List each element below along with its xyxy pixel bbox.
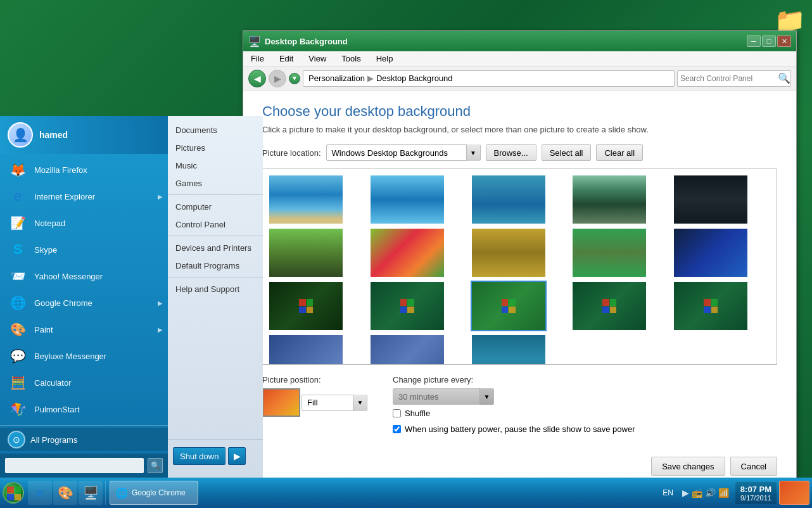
app-pulmonstart[interactable]: 🪁 PulmonStart [0,396,168,422]
thumbnail-5[interactable] [673,174,749,225]
start-button[interactable] [3,482,24,504]
back-button[interactable]: ◀ [248,70,266,87]
right-music[interactable]: Music [168,156,263,174]
taskbar-chrome-item[interactable]: 🌐 Google Chrome [110,481,198,505]
close-button[interactable]: ✕ [777,35,791,47]
right-games[interactable]: Games [168,174,263,192]
shuffle-label: Shuffle [405,409,430,418]
image-grid-container[interactable]: ✓ [262,168,777,365]
titlebar-left: 🖥️ Desktop Background [248,35,348,48]
pulmonstart-icon: 🪁 [8,399,28,419]
all-programs-item[interactable]: ⊙ All Programs [0,428,168,451]
picture-location-dropdown[interactable]: ▼ [466,144,480,161]
taskbar-pin-extra[interactable]: 🖥️ [79,481,103,505]
forward-button[interactable]: ▶ [269,70,286,87]
thumbnail-1[interactable] [268,174,344,225]
thumbnail-9[interactable] [571,227,647,278]
thumbnail-17[interactable] [369,334,445,365]
maximize-button[interactable]: □ [762,35,776,47]
battery-checkbox[interactable] [393,425,401,433]
start-search-input[interactable] [5,458,144,473]
taskbar-pin-paint[interactable]: 🎨 [53,481,77,505]
calculator-icon: 🧮 [8,372,28,393]
show-desktop-button[interactable] [779,481,809,505]
clear-all-button[interactable]: Clear all [596,144,643,161]
thumbnail-8[interactable] [471,227,547,278]
thumbnail-6[interactable] [268,227,344,278]
change-every-select[interactable]: 30 minutes ▼ [393,388,494,405]
app-pulmonstart-label: PulmonStart [34,405,80,414]
thumbnail-4[interactable] [571,174,647,225]
shutdown-button[interactable]: Shut down [173,447,225,465]
thumbnail-11[interactable] [268,281,344,331]
picture-position-area: Picture position: Fill ▼ [262,375,367,417]
right-help-support[interactable]: Help and Support [168,280,263,298]
app-skype[interactable]: S Skype [0,236,168,263]
app-yahoo-messenger[interactable]: 📨 Yahoo! Messenger [0,263,168,289]
taskbar: e 🎨 🖥️ 🌐 Google Chrome EN ▶ 📻 🔊 📶 8:07 P… [0,478,812,508]
search-icon[interactable]: 🔍 [778,72,790,84]
right-devices-printers[interactable]: Devices and Printers [168,239,263,257]
app-notepad[interactable]: 📝 Notepad [0,210,168,236]
right-documents[interactable]: Documents [168,121,263,139]
save-changes-button[interactable]: Save changes [651,457,725,476]
thumbnail-10[interactable] [673,227,749,278]
menu-view[interactable]: View [306,53,329,65]
mozilla-firefox-icon: 🦊 [8,160,28,180]
app-mozilla-firefox[interactable]: 🦊 Mozilla Firefox [0,156,168,183]
clock[interactable]: 8:07 PM 9/17/2011 [735,482,777,504]
picture-position-select[interactable]: Fill ▼ [301,395,367,411]
menu-tools[interactable]: Tools [339,53,363,65]
thumbnail-14[interactable] [571,281,647,331]
play-icon[interactable]: ▶ [682,488,689,498]
right-pictures[interactable]: Pictures [168,139,263,156]
minimize-button[interactable]: ─ [747,35,761,47]
app-notepad-label: Notepad [34,219,65,228]
start-search-button[interactable]: 🔍 [148,458,163,473]
menu-help[interactable]: Help [374,53,396,65]
username: hamed [39,130,68,140]
app-calculator[interactable]: 🧮 Calculator [0,369,168,396]
start-menu: 👤 hamed 🦊 Mozilla Firefox e Internet Exp… [0,116,263,478]
right-control-panel[interactable]: Control Panel [168,215,263,233]
volume-icon[interactable]: 🔊 [705,488,716,498]
thumbnail-2[interactable] [369,174,445,225]
shutdown-options-icon[interactable]: ▶ [228,447,246,465]
app-paint[interactable]: 🎨 Paint ▶ [0,316,168,343]
clock-time: 8:07 PM [740,485,771,494]
cancel-button[interactable]: Cancel [730,457,777,476]
taskbar-pin-ie[interactable]: e [28,481,52,505]
thumbnail-7[interactable] [369,227,445,278]
breadcrumb-personalization[interactable]: Personalization [308,73,365,83]
right-computer[interactable]: Computer [168,198,263,215]
shuffle-checkbox[interactable] [393,409,401,417]
dropdown-button[interactable]: ▼ [289,73,300,84]
picture-position-dropdown[interactable]: ▼ [353,395,367,411]
all-programs-label: All Programs [30,435,77,445]
right-divider-3 [168,277,263,277]
thumbnail-18[interactable] [471,334,547,365]
thumbnail-12[interactable] [369,281,445,331]
right-default-programs[interactable]: Default Programs [168,257,263,274]
thumbnail-16[interactable] [268,334,344,365]
select-all-button[interactable]: Select all [542,144,592,161]
browse-button[interactable]: Browse... [486,144,536,161]
app-google-chrome[interactable]: 🌐 Google Chrome ▶ [0,289,168,316]
menu-file[interactable]: File [248,53,267,65]
notepad-icon: 📝 [8,213,28,233]
language-indicator[interactable]: EN [660,488,676,497]
thumbnail-15[interactable] [673,281,749,331]
search-input[interactable] [680,74,775,83]
picture-location-select[interactable]: Windows Desktop Backgrounds ▼ [326,144,481,161]
thumbnail-13-selected[interactable]: ✓ [471,281,547,331]
app-skype-label: Skype [34,245,57,255]
thumbnail-3[interactable] [471,174,547,225]
menu-edit[interactable]: Edit [277,53,296,65]
network-icon[interactable]: 📶 [718,488,729,498]
breadcrumb-desktop-background[interactable]: Desktop Background [376,73,453,83]
speaker-icon[interactable]: 📻 [692,488,702,498]
app-beyluxe[interactable]: 💬 Beyluxe Messenger [0,343,168,369]
app-internet-explorer[interactable]: e Internet Explorer ▶ [0,183,168,210]
change-every-label: Change picture every: [393,375,635,384]
change-every-dropdown[interactable]: ▼ [479,388,493,405]
